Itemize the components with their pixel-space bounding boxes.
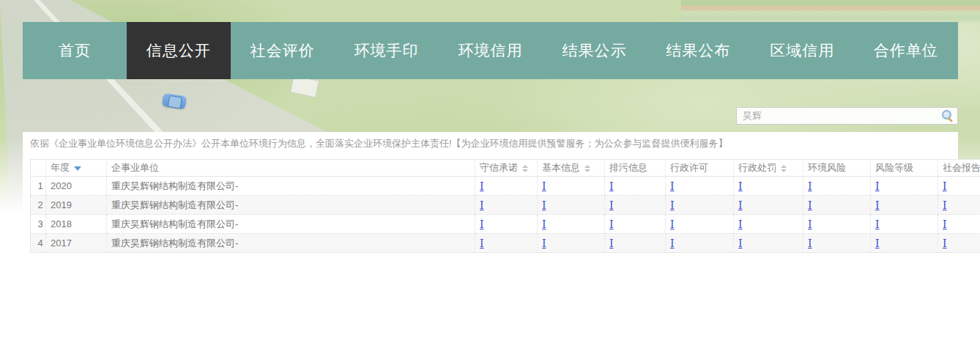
row-index: 3 (31, 215, 46, 234)
integrity-commitment-cell: I (475, 215, 538, 234)
pond-scene (681, 0, 980, 22)
search-icon[interactable] (942, 110, 954, 122)
column-header-row-index (31, 160, 46, 177)
sort-desc-icon[interactable] (74, 166, 81, 171)
sort-toggle-icon[interactable] (781, 165, 787, 172)
nav-item-result-publicity[interactable]: 结果公示 (542, 22, 646, 79)
notice-text: 依据《企业事业单位环境信息公开办法》公开本单位环境行为信息，全面落实企业环境保护… (30, 138, 951, 150)
integrity-commitment-cell: I (475, 234, 538, 253)
column-header-admin-permit: 行政许可 (666, 160, 734, 177)
column-header-pollution-discharge: 排污信息 (605, 160, 666, 177)
column-label: 基本信息 (542, 162, 580, 173)
admin-penalty-cell: I (734, 215, 803, 234)
risk-level-link[interactable]: I (875, 199, 880, 211)
column-label: 社会报告 (943, 162, 980, 173)
risk-level-cell: I (871, 177, 938, 196)
risk-level-link[interactable]: I (875, 238, 880, 249)
pollution-discharge-cell: I (605, 234, 666, 253)
company-cell: 重庆昊辉钢结构制造有限公司- (107, 234, 475, 253)
social-report-link[interactable]: I (943, 218, 947, 230)
company-cell: 重庆昊辉钢结构制造有限公司- (107, 196, 475, 215)
table-row: 12020重庆昊辉钢结构制造有限公司-IIIIIIII (31, 177, 980, 196)
env-risk-link[interactable]: I (808, 218, 812, 230)
column-header-integrity-commitment[interactable]: 守信承诺 (475, 160, 538, 177)
admin-penalty-link[interactable]: I (738, 218, 743, 230)
search-input[interactable] (737, 108, 957, 124)
nav-item-env-handprint[interactable]: 环境手印 (335, 22, 439, 79)
company-cell: 重庆昊辉钢结构制造有限公司- (107, 215, 475, 234)
column-header-year[interactable]: 年度 (46, 160, 107, 177)
pollution-discharge-link[interactable]: I (609, 199, 614, 211)
social-report-cell: I (938, 234, 980, 253)
social-report-link[interactable]: I (943, 199, 947, 211)
admin-permit-link[interactable]: I (670, 218, 675, 230)
nav-item-regional-credit[interactable]: 区域信用 (750, 22, 854, 79)
basic-info-cell: I (538, 177, 605, 196)
column-header-risk-level: 风险等级 (871, 160, 938, 177)
risk-level-cell: I (871, 234, 938, 253)
env-risk-cell: I (803, 196, 871, 215)
integrity-commitment-cell: I (475, 196, 538, 215)
column-label: 环境风险 (808, 162, 846, 173)
admin-penalty-link[interactable]: I (738, 180, 743, 192)
admin-permit-link[interactable]: I (670, 199, 675, 211)
pollution-discharge-cell: I (605, 196, 666, 215)
admin-permit-cell: I (666, 234, 734, 253)
env-risk-link[interactable]: I (808, 180, 812, 192)
company-cell: 重庆昊辉钢结构制造有限公司- (107, 177, 475, 196)
column-header-company: 企事业单位 (107, 160, 475, 177)
basic-info-link[interactable]: I (542, 218, 546, 230)
risk-level-link[interactable]: I (875, 218, 880, 230)
admin-permit-link[interactable]: I (670, 238, 675, 249)
column-header-admin-penalty[interactable]: 行政处罚 (734, 160, 803, 177)
social-report-link[interactable]: I (943, 238, 947, 249)
table-row: 22019重庆昊辉钢结构制造有限公司-IIIIIIII (31, 196, 980, 215)
column-label: 行政许可 (670, 162, 708, 173)
column-header-env-risk: 环境风险 (803, 160, 871, 177)
nav-item-partners[interactable]: 合作单位 (854, 22, 958, 79)
nav-item-social-evaluation[interactable]: 社会评价 (231, 22, 335, 79)
column-label: 排污信息 (609, 162, 647, 173)
admin-penalty-cell: I (734, 196, 803, 215)
integrity-commitment-link[interactable]: I (480, 199, 484, 211)
table-row: 32018重庆昊辉钢结构制造有限公司-IIIIIIII (31, 215, 980, 234)
env-risk-link[interactable]: I (808, 199, 812, 211)
column-header-social-report[interactable]: 社会报告 (938, 160, 980, 177)
pollution-discharge-link[interactable]: I (609, 218, 614, 230)
admin-penalty-link[interactable]: I (738, 238, 743, 249)
sort-toggle-icon[interactable] (584, 165, 590, 172)
column-header-basic-info[interactable]: 基本信息 (538, 160, 605, 177)
column-label: 企事业单位 (111, 162, 159, 173)
row-index: 2 (31, 196, 46, 215)
social-report-link[interactable]: I (943, 180, 947, 192)
basic-info-link[interactable]: I (542, 238, 546, 249)
pollution-discharge-link[interactable]: I (609, 238, 614, 249)
admin-permit-cell: I (666, 177, 734, 196)
admin-permit-link[interactable]: I (670, 180, 675, 192)
integrity-commitment-link[interactable]: I (480, 218, 484, 230)
nav-item-info-disclosure[interactable]: 信息公开 (127, 22, 231, 79)
nav-item-result-announcement[interactable]: 结果公布 (646, 22, 750, 79)
admin-penalty-link[interactable]: I (738, 199, 743, 211)
nav-item-home[interactable]: 首页 (23, 22, 127, 79)
integrity-commitment-link[interactable]: I (480, 238, 484, 249)
sort-toggle-icon[interactable] (522, 165, 528, 172)
basic-info-link[interactable]: I (542, 180, 546, 192)
year-cell: 2017 (46, 234, 107, 253)
risk-level-link[interactable]: I (875, 180, 880, 192)
year-cell: 2018 (46, 215, 107, 234)
pollution-discharge-cell: I (605, 177, 666, 196)
pollution-discharge-link[interactable]: I (609, 180, 614, 192)
basic-info-cell: I (538, 234, 605, 253)
column-label: 风险等级 (875, 162, 913, 173)
social-report-cell: I (938, 196, 980, 215)
table-header-row: 年度企事业单位守信承诺基本信息排污信息行政许可行政处罚环境风险风险等级社会报告 (31, 160, 980, 177)
table-row: 42017重庆昊辉钢结构制造有限公司-IIIIIIII (31, 234, 980, 253)
basic-info-link[interactable]: I (542, 199, 546, 211)
column-label: 行政处罚 (738, 162, 776, 173)
pollution-discharge-cell: I (605, 215, 666, 234)
env-risk-link[interactable]: I (808, 238, 812, 249)
integrity-commitment-link[interactable]: I (480, 180, 484, 192)
column-label: 守信承诺 (480, 162, 518, 173)
nav-item-env-credit[interactable]: 环境信用 (439, 22, 543, 79)
